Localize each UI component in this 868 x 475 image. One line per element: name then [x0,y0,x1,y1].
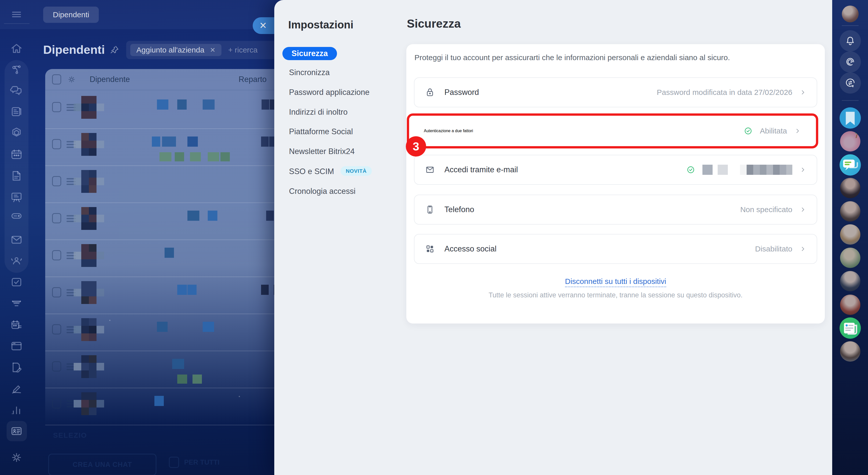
redacted-block [81,252,89,259]
redacted-block [89,222,96,230]
row-checkbox[interactable] [52,398,61,409]
settings-nav-sso-e-scim[interactable]: SSO e SCIMNOVITÀ [289,167,372,176]
contact-avatar-2[interactable] [840,201,860,222]
row-email-login[interactable]: Accedi tramite e-mail [414,155,817,185]
esignature-pen-icon[interactable] [10,382,23,396]
redacted-block [81,141,89,148]
messenger-icon[interactable] [840,72,861,94]
chevron-right-icon [800,166,807,173]
funnel-icon[interactable] [10,297,23,311]
table-settings-gear-icon[interactable] [67,75,76,84]
row-checkbox[interactable] [52,102,61,112]
notifications-bell-icon[interactable] [840,30,861,52]
row-checkbox[interactable] [52,250,61,260]
mail-icon[interactable] [10,233,23,247]
tasks-check-icon[interactable] [10,276,23,289]
redacted-block [81,133,89,141]
top-tab-dipendenti[interactable]: Dipendenti [43,7,99,23]
for-all-checkbox[interactable] [169,457,179,468]
signout-all-devices-link[interactable]: Disconnetti su tutti i dispositivi [565,277,666,287]
chevron-right-icon [800,89,807,96]
settings-nav-cronologia-accessi[interactable]: Cronologia accessi [289,187,355,196]
page-title-text: Dipendenti [43,43,105,57]
contact-card-icon[interactable] [10,424,23,438]
column-dipendente[interactable]: Dipendente [90,75,130,84]
redacted-block [81,318,89,326]
group-chat-avatar[interactable] [840,154,861,176]
row-social-login[interactable]: Accesso socialDisabilitato [414,234,817,264]
contact-avatar-1-image [840,178,860,198]
row-checkbox[interactable] [52,361,61,371]
security-heading: Sicurezza [407,17,461,30]
row-password[interactable]: PasswordPassword modificata in data 27/0… [414,77,817,107]
menu-icon[interactable] [10,8,23,21]
schedule-icon[interactable] [10,318,23,332]
settings-nav-indirizzi-di-inoltro[interactable]: Indirizzi di inoltro [289,108,348,117]
user-avatar-image [842,6,859,22]
share-network-icon[interactable] [10,63,23,77]
for-all-toggle[interactable]: PER TUTTI [169,457,220,468]
redacted-block [152,137,160,147]
redacted-block [208,211,217,221]
redacted-block [89,289,96,296]
create-chat-button[interactable]: CREA UNA CHAT [48,454,156,475]
pin-icon[interactable] [110,45,119,55]
row-checkbox[interactable] [52,287,61,297]
settings-gear-icon[interactable] [10,451,23,464]
row-phone[interactable]: TelefonoNon specificato [414,195,817,225]
redacted-block [81,370,89,378]
column-reparto[interactable]: Reparto [239,75,267,84]
redacted-email-value [703,165,792,175]
settings-nav-newsletter-bitrix24[interactable]: Newsletter Bitrix24 [289,147,354,156]
bi-chart-icon[interactable] [10,403,23,417]
contact-avatar-7[interactable] [840,341,860,362]
contact-avatar-5[interactable] [840,271,860,291]
redacted-block [96,363,104,370]
employees-icon[interactable] [10,254,23,268]
select-all-checkbox[interactable] [52,74,61,84]
signout-link-wrap: Disconnetti su tutti i dispositivi [406,277,825,286]
redacted-block [74,252,81,259]
redacted-block [203,322,214,332]
settings-nav-piattaforme-social[interactable]: Piattaforme Social [289,127,353,136]
saved-messages-bookmark-icon[interactable] [840,107,861,129]
rail-divider [842,100,859,101]
contact-avatar-3[interactable] [840,224,860,245]
document-sign-icon[interactable] [10,361,23,374]
redacted-block [81,185,89,193]
left-sidebar [0,0,33,475]
redacted-block [190,152,201,161]
news-feed-icon[interactable] [10,105,23,118]
contact-avatar-4[interactable] [840,248,860,268]
settings-nav-sicurezza[interactable]: Sicurezza [282,47,337,60]
octopus-avatar-image [840,131,860,151]
whiteboard-icon[interactable] [10,190,23,204]
crm-hexagon-icon[interactable] [10,126,23,140]
filter-chip-remove-icon[interactable]: ✕ [210,46,216,54]
settings-nav-sincronizza[interactable]: Sincronizza [289,68,330,77]
row-two-factor-highlighted[interactable]: 3Autenticazione a due fattoriAbilitata [407,113,818,148]
contact-avatar-3-image [840,224,860,245]
row-checkbox[interactable] [52,176,61,186]
user-avatar[interactable] [842,6,859,22]
octopus-avatar[interactable] [840,131,860,151]
sites-browser-icon[interactable] [10,339,23,353]
file-icon[interactable] [10,169,23,183]
row-checkbox[interactable] [52,324,61,334]
row-checkbox[interactable] [52,139,61,149]
news-channel-avatar[interactable] [840,317,861,339]
calendar-icon[interactable] [10,148,23,161]
settings-nav-password-applicazione[interactable]: Password applicazione [289,88,370,97]
filter-chip[interactable]: Aggiunto all'azienda ✕ [130,44,221,56]
contact-avatar-6[interactable] [840,295,860,315]
for-all-label: PER TUTTI [184,459,220,466]
redacted-block [89,296,96,304]
redacted-block [74,289,81,296]
chats-icon[interactable] [10,84,23,98]
home-icon[interactable] [10,42,23,56]
copilot-icon[interactable] [840,51,861,73]
contact-avatar-1[interactable] [840,178,860,198]
row-checkbox[interactable] [52,213,61,223]
drive-icon[interactable] [10,209,23,223]
check-circle-icon [686,165,695,174]
